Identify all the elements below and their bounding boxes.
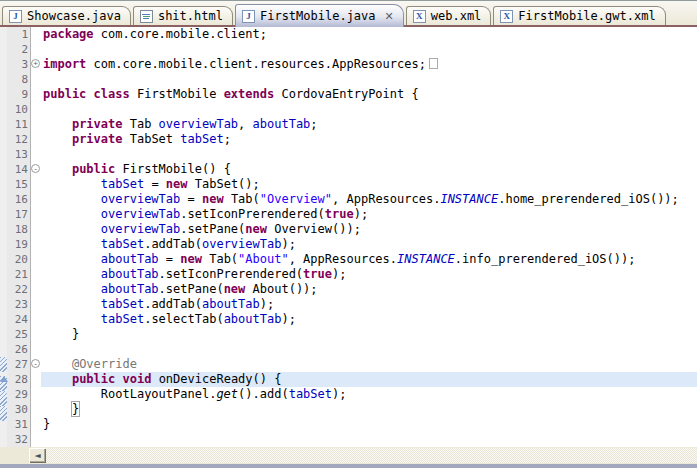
xml-file-icon: X [413, 10, 426, 23]
line-number: 16 [7, 192, 28, 207]
line-number: 23 [7, 297, 28, 312]
fold-ruler-row [31, 267, 41, 282]
annotation-ruler-row [0, 87, 7, 102]
editor-tab-shit-html[interactable]: shit.html [133, 6, 233, 25]
fold-ruler-row [31, 207, 41, 222]
editor-tab-web-xml[interactable]: Xweb.xml [406, 6, 492, 25]
fold-ruler-row [31, 132, 41, 147]
java-file-icon: J [242, 10, 255, 23]
annotation-ruler-row [0, 282, 7, 297]
code-editor[interactable]: 1238910111213141516171819202122232425262… [0, 27, 697, 447]
code-line-15[interactable]: tabSet = new TabSet(); [41, 177, 697, 192]
code-text-area[interactable]: package com.core.mobile.client;import co… [41, 27, 697, 447]
annotation-ruler-row [0, 207, 7, 222]
fold-ruler-row [31, 342, 41, 357]
code-line-26[interactable] [41, 342, 697, 357]
line-number: 15 [7, 177, 28, 192]
line-number: 17 [7, 207, 28, 222]
expand-fold-icon[interactable]: + [31, 59, 40, 68]
tab-label: FirstMobile.java [260, 9, 376, 23]
annotation-ruler-row [0, 42, 7, 57]
code-line-32[interactable] [41, 432, 697, 447]
code-line-28[interactable]: public void onDeviceReady() { [41, 372, 697, 387]
line-number: 24 [7, 312, 28, 327]
line-number: 22 [7, 282, 28, 297]
line-number: 25 [7, 327, 28, 342]
collapse-fold-icon[interactable]: - [31, 359, 40, 368]
collapsed-code-indicator[interactable] [429, 58, 438, 69]
line-number: 13 [7, 147, 28, 162]
code-line-10[interactable] [41, 102, 697, 117]
code-line-30[interactable]: } [41, 402, 697, 417]
code-line-31[interactable]: } [41, 417, 697, 432]
code-line-16[interactable]: overviewTab = new Tab("Overview", AppRes… [41, 192, 697, 207]
matching-bracket-highlight: } [72, 402, 79, 416]
code-line-23[interactable]: tabSet.addTab(aboutTab); [41, 297, 697, 312]
method-range-indicator [0, 391, 7, 406]
line-number: 27 [7, 357, 28, 372]
line-number: 8 [7, 72, 28, 87]
fold-ruler-row [31, 237, 41, 252]
code-line-18[interactable]: overviewTab.setPane(new Overview()); [41, 222, 697, 237]
method-range-indicator [0, 406, 7, 421]
annotation-ruler-row [0, 72, 7, 87]
line-number: 18 [7, 222, 28, 237]
line-number: 30 [7, 402, 28, 417]
line-number: 32 [7, 432, 28, 447]
code-line-14[interactable]: public FirstMobile() { [41, 162, 697, 177]
fold-ruler-row [31, 102, 41, 117]
close-tab-icon[interactable]: ✕ [385, 10, 394, 23]
code-line-20[interactable]: aboutTab = new Tab("About", AppResources… [41, 252, 697, 267]
code-line-8[interactable] [41, 72, 697, 87]
horizontal-scrollbar[interactable]: ◄ [0, 447, 697, 464]
method-range-indicator [0, 357, 7, 372]
code-line-2[interactable] [41, 42, 697, 57]
line-number: 28 [7, 372, 28, 387]
line-number: 14 [7, 162, 28, 177]
annotation-ruler-row [0, 117, 7, 132]
tab-label: web.xml [431, 9, 482, 23]
scrollbar-track[interactable] [46, 448, 697, 463]
line-number: 1 [7, 27, 28, 42]
fold-ruler-row [31, 417, 41, 432]
code-line-22[interactable]: aboutTab.setPane(new About()); [41, 282, 697, 297]
line-number: 3 [7, 57, 28, 72]
editor-tab-firstmobile-java[interactable]: JFirstMobile.java✕ [235, 4, 404, 27]
code-line-17[interactable]: overviewTab.setIconPrerendered(true); [41, 207, 697, 222]
editor-tab-showcase-java[interactable]: JShowcase.java [2, 6, 131, 25]
method-range-indicator [0, 376, 7, 391]
annotation-ruler-row [0, 342, 7, 357]
code-line-29[interactable]: RootLayoutPanel.get().add(tabSet); [41, 387, 697, 402]
code-line-21[interactable]: aboutTab.setIconPrerendered(true); [41, 267, 697, 282]
line-number: 9 [7, 87, 28, 102]
code-line-24[interactable]: tabSet.selectTab(aboutTab); [41, 312, 697, 327]
annotation-ruler-row [0, 237, 7, 252]
code-line-3[interactable]: import com.core.mobile.client.resources.… [41, 57, 697, 72]
fold-ruler-row [31, 372, 41, 387]
fold-ruler-row [31, 177, 41, 192]
code-line-11[interactable]: private Tab overviewTab, aboutTab; [41, 117, 697, 132]
fold-ruler-row [31, 87, 41, 102]
editor-tab-firstmobile-gwt-xml[interactable]: XFirstMobile.gwt.xml [493, 6, 665, 25]
code-line-1[interactable]: package com.core.mobile.client; [41, 27, 697, 42]
code-line-27[interactable]: @Override [41, 357, 697, 372]
code-line-25[interactable]: } [41, 327, 697, 342]
scroll-left-arrow-icon[interactable]: ◄ [29, 448, 46, 463]
html-file-icon [140, 10, 153, 23]
line-number: 12 [7, 132, 28, 147]
annotation-ruler-row [0, 177, 7, 192]
code-line-13[interactable] [41, 147, 697, 162]
annotation-ruler-row [0, 252, 7, 267]
line-number: 21 [7, 267, 28, 282]
fold-ruler-row [31, 327, 41, 342]
folding-ruler: +-- [31, 27, 41, 447]
fold-ruler-row [31, 42, 41, 57]
line-number: 26 [7, 342, 28, 357]
code-line-19[interactable]: tabSet.addTab(overviewTab); [41, 237, 697, 252]
code-line-9[interactable]: public class FirstMobile extends Cordova… [41, 87, 697, 102]
code-line-12[interactable]: private TabSet tabSet; [41, 132, 697, 147]
fold-ruler-row: - [31, 162, 41, 177]
fold-ruler-row [31, 297, 41, 312]
fold-ruler-row [31, 402, 41, 417]
collapse-fold-icon[interactable]: - [31, 164, 40, 173]
